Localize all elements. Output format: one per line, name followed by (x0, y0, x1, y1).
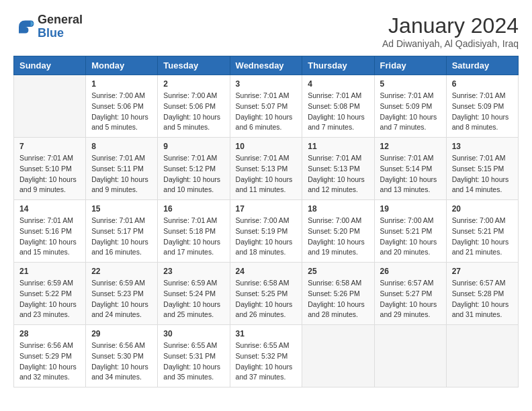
daylight-text: Daylight: 10 hours and 8 minutes. (452, 113, 509, 132)
calendar-day-cell: 29 Sunrise: 6:56 AM Sunset: 5:30 PM Dayl… (86, 325, 158, 387)
day-number: 20 (452, 204, 513, 214)
day-number: 15 (91, 204, 152, 214)
day-number: 22 (91, 267, 152, 276)
calendar-day-cell (374, 325, 446, 387)
day-info: Sunrise: 7:01 AM Sunset: 5:08 PM Dayligh… (308, 91, 368, 133)
daylight-text: Daylight: 10 hours and 26 minutes. (236, 300, 293, 319)
day-info: Sunrise: 7:00 AM Sunset: 5:19 PM Dayligh… (236, 216, 297, 258)
page-header: General Blue January 2024 Ad Diwaniyah, … (13, 13, 519, 49)
daylight-text: Daylight: 10 hours and 18 minutes. (236, 238, 293, 257)
calendar-day-cell: 20 Sunrise: 7:00 AM Sunset: 5:21 PM Dayl… (446, 200, 518, 263)
day-info: Sunrise: 6:56 AM Sunset: 5:30 PM Dayligh… (91, 340, 152, 383)
sunset-text: Sunset: 5:11 PM (91, 165, 144, 173)
sunrise-text: Sunrise: 6:59 AM (91, 279, 145, 287)
day-info: Sunrise: 6:58 AM Sunset: 5:26 PM Dayligh… (308, 278, 368, 320)
weekday-header: Friday (374, 56, 446, 75)
calendar-day-cell: 21 Sunrise: 6:59 AM Sunset: 5:22 PM Dayl… (14, 263, 86, 325)
main-title: January 2024 (382, 13, 519, 38)
daylight-text: Daylight: 10 hours and 6 minutes. (236, 113, 293, 132)
logo-icon (13, 16, 35, 38)
daylight-text: Daylight: 10 hours and 24 minutes. (91, 300, 148, 319)
sunrise-text: Sunrise: 7:01 AM (452, 91, 506, 99)
calendar-table: SundayMondayTuesdayWednesdayThursdayFrid… (13, 56, 519, 387)
calendar-day-cell: 25 Sunrise: 6:58 AM Sunset: 5:26 PM Dayl… (302, 263, 374, 325)
day-number: 23 (163, 267, 224, 276)
daylight-text: Daylight: 10 hours and 17 minutes. (163, 238, 220, 257)
sunrise-text: Sunrise: 7:00 AM (163, 91, 217, 99)
day-number: 25 (308, 267, 368, 276)
subtitle: Ad Diwaniyah, Al Qadisiyah, Iraq (382, 38, 519, 49)
logo-line1: General (38, 13, 83, 27)
sunrise-text: Sunrise: 7:01 AM (236, 91, 290, 99)
sunset-text: Sunset: 5:23 PM (91, 289, 144, 298)
calendar-day-cell: 22 Sunrise: 6:59 AM Sunset: 5:23 PM Dayl… (86, 263, 158, 325)
calendar-day-cell: 11 Sunrise: 7:01 AM Sunset: 5:13 PM Dayl… (302, 138, 374, 200)
day-info: Sunrise: 7:01 AM Sunset: 5:07 PM Dayligh… (236, 91, 297, 133)
day-info: Sunrise: 7:01 AM Sunset: 5:18 PM Dayligh… (163, 216, 224, 258)
day-number: 12 (380, 142, 441, 151)
sunrise-text: Sunrise: 6:55 AM (236, 341, 290, 349)
day-number: 4 (308, 79, 368, 89)
calendar-day-cell: 18 Sunrise: 7:00 AM Sunset: 5:20 PM Dayl… (302, 200, 374, 263)
day-info: Sunrise: 6:57 AM Sunset: 5:28 PM Dayligh… (452, 278, 513, 320)
sunset-text: Sunset: 5:19 PM (236, 227, 288, 235)
calendar-day-cell: 4 Sunrise: 7:01 AM Sunset: 5:08 PM Dayli… (302, 75, 374, 138)
day-number: 27 (452, 267, 513, 276)
sunrise-text: Sunrise: 7:01 AM (308, 154, 361, 162)
weekday-header: Saturday (446, 56, 518, 75)
day-info: Sunrise: 7:01 AM Sunset: 5:13 PM Dayligh… (308, 153, 368, 195)
logo-text: General Blue (38, 13, 83, 40)
day-number: 18 (308, 204, 368, 214)
calendar-day-cell: 30 Sunrise: 6:55 AM Sunset: 5:31 PM Dayl… (158, 325, 230, 387)
sunrise-text: Sunrise: 7:01 AM (163, 216, 217, 224)
weekday-header: Tuesday (158, 56, 230, 75)
calendar-day-cell: 2 Sunrise: 7:00 AM Sunset: 5:06 PM Dayli… (158, 75, 230, 138)
sunset-text: Sunset: 5:07 PM (236, 102, 288, 110)
sunset-text: Sunset: 5:30 PM (91, 352, 144, 360)
day-info: Sunrise: 7:01 AM Sunset: 5:14 PM Dayligh… (380, 153, 441, 195)
day-number: 24 (236, 267, 297, 276)
day-number: 10 (236, 142, 297, 151)
sunrise-text: Sunrise: 7:00 AM (91, 91, 145, 99)
sunset-text: Sunset: 5:31 PM (163, 352, 216, 360)
weekday-header: Monday (86, 56, 158, 75)
title-block: January 2024 Ad Diwaniyah, Al Qadisiyah,… (382, 13, 519, 49)
day-info: Sunrise: 6:59 AM Sunset: 5:23 PM Dayligh… (91, 278, 152, 320)
sunrise-text: Sunrise: 6:59 AM (19, 279, 73, 287)
calendar-day-cell: 24 Sunrise: 6:58 AM Sunset: 5:25 PM Dayl… (230, 263, 302, 325)
sunset-text: Sunset: 5:22 PM (19, 289, 72, 298)
sunset-text: Sunset: 5:08 PM (308, 102, 360, 110)
day-number: 3 (236, 79, 297, 89)
day-info: Sunrise: 7:01 AM Sunset: 5:12 PM Dayligh… (163, 153, 224, 195)
calendar-day-cell: 17 Sunrise: 7:00 AM Sunset: 5:19 PM Dayl… (230, 200, 302, 263)
day-info: Sunrise: 7:01 AM Sunset: 5:17 PM Dayligh… (91, 216, 152, 258)
day-number: 8 (91, 142, 152, 151)
day-number: 28 (19, 329, 80, 338)
day-info: Sunrise: 7:00 AM Sunset: 5:06 PM Dayligh… (163, 91, 224, 133)
day-info: Sunrise: 7:00 AM Sunset: 5:21 PM Dayligh… (380, 216, 441, 258)
daylight-text: Daylight: 10 hours and 9 minutes. (91, 175, 148, 194)
sunrise-text: Sunrise: 6:59 AM (163, 279, 217, 287)
daylight-text: Daylight: 10 hours and 19 minutes. (308, 238, 365, 257)
sunset-text: Sunset: 5:06 PM (163, 102, 216, 110)
sunrise-text: Sunrise: 7:01 AM (308, 91, 361, 99)
daylight-text: Daylight: 10 hours and 16 minutes. (91, 238, 148, 257)
calendar-day-cell: 31 Sunrise: 6:55 AM Sunset: 5:32 PM Dayl… (230, 325, 302, 387)
sunset-text: Sunset: 5:15 PM (452, 165, 504, 173)
daylight-text: Daylight: 10 hours and 14 minutes. (452, 175, 509, 194)
day-info: Sunrise: 7:01 AM Sunset: 5:09 PM Dayligh… (380, 91, 441, 133)
daylight-text: Daylight: 10 hours and 31 minutes. (452, 300, 509, 319)
calendar-day-cell: 23 Sunrise: 6:59 AM Sunset: 5:24 PM Dayl… (158, 263, 230, 325)
sunset-text: Sunset: 5:13 PM (236, 165, 288, 173)
calendar-day-cell: 16 Sunrise: 7:01 AM Sunset: 5:18 PM Dayl… (158, 200, 230, 263)
weekday-header: Wednesday (230, 56, 302, 75)
day-number: 14 (19, 204, 80, 214)
sunrise-text: Sunrise: 7:00 AM (452, 216, 506, 224)
sunrise-text: Sunrise: 7:01 AM (236, 154, 290, 162)
sunrise-text: Sunrise: 6:56 AM (19, 341, 73, 349)
day-info: Sunrise: 7:01 AM Sunset: 5:16 PM Dayligh… (19, 216, 80, 258)
day-number: 9 (163, 142, 224, 151)
calendar-day-cell (14, 75, 86, 138)
sunrise-text: Sunrise: 7:00 AM (380, 216, 434, 224)
day-number: 31 (236, 329, 297, 338)
